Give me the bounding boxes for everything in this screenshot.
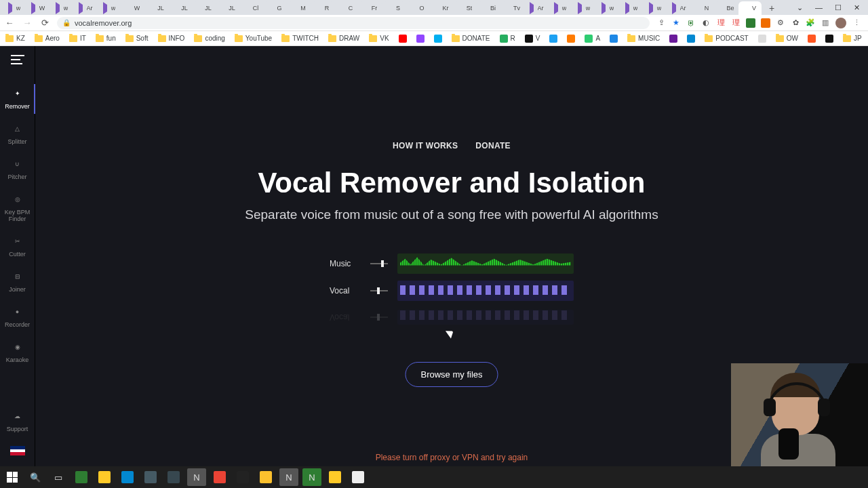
new-tab-button[interactable]: +	[765, 1, 778, 15]
bookmark-item[interactable]	[758, 35, 766, 43]
browser-tab[interactable]: w	[3, 1, 26, 15]
browser-tab[interactable]: JL	[193, 1, 216, 15]
browser-tab[interactable]: Cl	[240, 1, 263, 15]
taskbar-blank[interactable]	[349, 468, 368, 486]
browser-tab[interactable]: Bi	[477, 1, 500, 15]
rail-item-splitter[interactable]: △Splitter	[0, 117, 35, 152]
ext-puzzle-icon[interactable]: 🧩	[806, 18, 815, 28]
ext-icon[interactable]	[746, 18, 755, 28]
bookmark-folder[interactable]: KZ	[5, 35, 25, 42]
browser-tab[interactable]: Kr	[430, 1, 453, 15]
browser-tab[interactable]: JL	[169, 1, 192, 15]
browser-tab[interactable]: Fr	[359, 1, 382, 15]
rail-item-pitcher[interactable]: ∪Pitcher	[0, 152, 35, 187]
rail-item-cutter[interactable]: ✂Cutter	[0, 229, 35, 264]
bookmark-folder[interactable]: YouTube	[235, 35, 272, 42]
taskbar-files[interactable]	[95, 468, 114, 486]
browser-tab[interactable]: w	[549, 1, 572, 15]
browser-tab[interactable]: V	[738, 1, 762, 15]
bookmark-item[interactable]	[416, 35, 425, 43]
bookmark-folder[interactable]: PODCAST	[705, 35, 748, 42]
browser-tab[interactable]: C	[335, 1, 358, 15]
bookmark-item[interactable]	[434, 35, 442, 43]
taskbar-app1[interactable]	[118, 468, 137, 486]
bookmark-item[interactable]	[825, 35, 833, 43]
window-maximize-icon[interactable]: ☐	[835, 3, 842, 12]
ext-shield-icon[interactable]: ⛨	[686, 18, 696, 28]
taskbar-n1[interactable]: N	[279, 468, 298, 486]
bookmark-item[interactable]	[808, 35, 816, 43]
bookmark-item[interactable]	[399, 35, 407, 43]
browse-files-button[interactable]: Browse my files	[405, 362, 498, 387]
browser-tab[interactable]: W	[26, 1, 50, 15]
window-close-icon[interactable]: ✕	[854, 3, 860, 12]
ext-icon[interactable]: 理	[716, 18, 726, 28]
bookmark-folder[interactable]: fun	[96, 35, 116, 42]
bookmark-item[interactable]	[669, 35, 677, 43]
browser-tab[interactable]: Ar	[74, 1, 97, 15]
bookmark-item[interactable]	[549, 35, 557, 43]
browser-tab[interactable]: w	[98, 1, 121, 15]
rail-item-remover[interactable]: ✦Remover	[0, 81, 35, 117]
browser-tab[interactable]: w	[572, 1, 595, 15]
bookmark-folder[interactable]: JP	[843, 35, 862, 42]
browser-tab[interactable]: w	[50, 1, 73, 15]
browser-tab[interactable]: Tv	[501, 1, 524, 15]
profile-avatar[interactable]	[835, 18, 846, 28]
browser-tab[interactable]: O	[406, 1, 429, 15]
bookmark-folder[interactable]: OW	[776, 35, 798, 42]
browser-tab[interactable]: R	[311, 1, 334, 15]
taskbar-chrome[interactable]	[210, 468, 229, 486]
nav-back-icon[interactable]: ←	[4, 18, 15, 28]
bookmark-folder[interactable]: Aero	[35, 35, 60, 42]
rail-item-keybpm[interactable]: ◎Key BPM Finder	[0, 187, 35, 229]
bookmark-folder[interactable]: TWITCH	[281, 35, 319, 42]
ext-icon[interactable]: ⚙	[776, 18, 785, 28]
menu-toggle-icon[interactable]	[8, 50, 27, 69]
window-caret-icon[interactable]: ⌄	[797, 3, 803, 12]
taskbar-store[interactable]	[72, 468, 91, 486]
bookmark-folder[interactable]: coding	[194, 35, 224, 42]
browser-tab[interactable]: JL	[145, 1, 168, 15]
ext-icon[interactable]	[761, 18, 770, 28]
rail-item-recorder[interactable]: ●Recorder	[0, 300, 35, 335]
chrome-menu-icon[interactable]: ⋮	[852, 18, 861, 28]
ext-share-icon[interactable]: ⇪	[656, 18, 666, 28]
ext-icon[interactable]: ✿	[791, 18, 800, 28]
bookmark-item[interactable]: V	[525, 35, 540, 43]
browser-tab[interactable]: Be	[715, 1, 738, 15]
bookmark-folder[interactable]: DRAW	[328, 35, 359, 42]
ext-star-icon[interactable]: ★	[671, 18, 681, 28]
taskbar-app3[interactable]	[164, 468, 183, 486]
ext-icon[interactable]: ▥	[821, 18, 830, 28]
browser-tab[interactable]: w	[620, 1, 643, 15]
browser-tab[interactable]: M	[288, 1, 311, 15]
rail-item-karaoke[interactable]: ◉Karaoke	[0, 335, 35, 370]
bookmark-item[interactable]	[687, 35, 695, 43]
taskbar-start[interactable]	[3, 468, 22, 486]
bookmark-item[interactable]: R	[500, 35, 515, 43]
browser-tab[interactable]: S	[382, 1, 406, 15]
browser-tab[interactable]: St	[454, 1, 477, 15]
nav-reload-icon[interactable]: ⟳	[39, 18, 50, 28]
browser-tab[interactable]: Ar	[525, 1, 548, 15]
browser-tab[interactable]: G	[264, 1, 287, 15]
ext-icon[interactable]: 理	[731, 18, 741, 28]
bookmark-item[interactable]	[567, 35, 575, 43]
music-volume-slider[interactable]	[370, 259, 388, 268]
bookmark-folder[interactable]: DONATE	[452, 35, 490, 42]
browser-tab[interactable]: W	[121, 1, 144, 15]
vocal-volume-slider[interactable]	[370, 286, 388, 296]
bookmark-item[interactable]: A	[585, 35, 600, 43]
taskbar-search[interactable]: 🔍	[26, 468, 45, 486]
ext-icon[interactable]: ◐	[701, 18, 711, 28]
taskbar-app2[interactable]	[141, 468, 160, 486]
link-how-it-works[interactable]: HOW IT WORKS	[393, 141, 458, 150]
bookmark-folder[interactable]: MUSIC	[627, 35, 660, 42]
browser-tab[interactable]: N	[691, 1, 714, 15]
rail-item-joiner[interactable]: ⊟Joiner	[0, 264, 35, 300]
taskbar-n2[interactable]: N	[302, 468, 321, 486]
bookmark-folder[interactable]: INFO	[158, 35, 185, 42]
omnibox[interactable]: 🔒 vocalremover.org	[57, 17, 650, 29]
bookmark-folder[interactable]: Soft	[125, 35, 149, 42]
